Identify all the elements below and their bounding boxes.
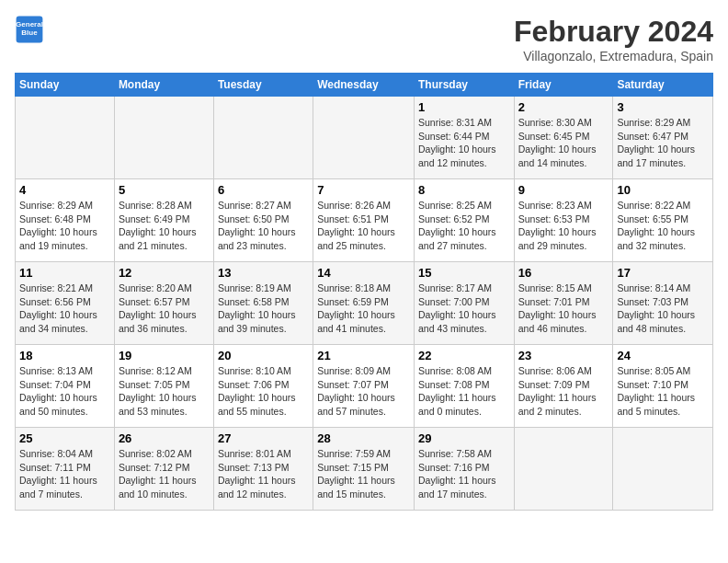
- day-number: 27: [218, 431, 309, 445]
- calendar-day-cell: 9Sunrise: 8:23 AMSunset: 6:53 PMDaylight…: [514, 179, 613, 262]
- calendar-day-cell: 2Sunrise: 8:30 AMSunset: 6:45 PMDaylight…: [514, 97, 613, 179]
- weekday-header-row: SundayMondayTuesdayWednesdayThursdayFrid…: [16, 74, 713, 97]
- day-number: 2: [518, 100, 609, 114]
- weekday-header-cell: Sunday: [16, 74, 115, 97]
- day-info: Sunrise: 8:19 AMSunset: 6:58 PMDaylight:…: [218, 282, 309, 336]
- calendar-day-cell: 15Sunrise: 8:17 AMSunset: 7:00 PMDayligh…: [414, 262, 514, 345]
- day-number: 9: [518, 183, 609, 197]
- day-info: Sunrise: 8:28 AMSunset: 6:49 PMDaylight:…: [119, 199, 210, 253]
- calendar-day-cell: 23Sunrise: 8:06 AMSunset: 7:09 PMDayligh…: [514, 345, 613, 428]
- day-info: Sunrise: 8:29 AMSunset: 6:47 PMDaylight:…: [617, 116, 709, 170]
- day-info: Sunrise: 8:15 AMSunset: 7:01 PMDaylight:…: [518, 282, 609, 336]
- day-number: 22: [418, 349, 510, 362]
- day-info: Sunrise: 8:17 AMSunset: 7:00 PMDaylight:…: [418, 282, 510, 336]
- calendar-day-cell: 5Sunrise: 8:28 AMSunset: 6:49 PMDaylight…: [114, 179, 213, 262]
- day-info: Sunrise: 8:06 AMSunset: 7:09 PMDaylight:…: [518, 364, 609, 419]
- calendar-day-cell: 13Sunrise: 8:19 AMSunset: 6:58 PMDayligh…: [213, 262, 313, 345]
- day-number: 16: [518, 266, 609, 280]
- day-number: 8: [418, 183, 510, 197]
- calendar-day-cell: 14Sunrise: 8:18 AMSunset: 6:59 PMDayligh…: [313, 262, 415, 345]
- day-number: 29: [418, 431, 510, 445]
- logo-icon: General Blue: [15, 15, 44, 44]
- day-info: Sunrise: 8:12 AMSunset: 7:05 PMDaylight:…: [119, 364, 210, 419]
- day-number: 1: [418, 100, 510, 114]
- calendar-day-cell: 24Sunrise: 8:05 AMSunset: 7:10 PMDayligh…: [613, 345, 713, 428]
- day-info: Sunrise: 8:26 AMSunset: 6:51 PMDaylight:…: [317, 199, 410, 253]
- day-number: 23: [518, 349, 609, 362]
- day-info: Sunrise: 8:08 AMSunset: 7:08 PMDaylight:…: [418, 364, 510, 419]
- day-number: 25: [19, 431, 110, 445]
- calendar-day-cell: 18Sunrise: 8:13 AMSunset: 7:04 PMDayligh…: [16, 345, 115, 428]
- calendar-day-cell: 22Sunrise: 8:08 AMSunset: 7:08 PMDayligh…: [414, 345, 514, 428]
- calendar-day-cell: [514, 428, 613, 511]
- day-info: Sunrise: 8:18 AMSunset: 6:59 PMDaylight:…: [317, 282, 410, 336]
- day-info: Sunrise: 8:14 AMSunset: 7:03 PMDaylight:…: [617, 282, 709, 336]
- day-number: 13: [218, 266, 309, 280]
- weekday-header-cell: Friday: [514, 74, 613, 97]
- day-number: 12: [119, 266, 210, 280]
- calendar-day-cell: 6Sunrise: 8:27 AMSunset: 6:50 PMDaylight…: [213, 179, 313, 262]
- day-info: Sunrise: 8:30 AMSunset: 6:45 PMDaylight:…: [518, 116, 609, 170]
- calendar-day-cell: 21Sunrise: 8:09 AMSunset: 7:07 PMDayligh…: [313, 345, 415, 428]
- month-year: February 2024: [514, 15, 713, 49]
- day-number: 4: [19, 183, 110, 197]
- title-area: February 2024 Villagonzalo, Extremadura,…: [514, 15, 713, 63]
- calendar-day-cell: 17Sunrise: 8:14 AMSunset: 7:03 PMDayligh…: [613, 262, 713, 345]
- day-number: 21: [317, 349, 410, 362]
- calendar-day-cell: 27Sunrise: 8:01 AMSunset: 7:13 PMDayligh…: [213, 428, 313, 511]
- calendar-day-cell: 1Sunrise: 8:31 AMSunset: 6:44 PMDaylight…: [414, 97, 514, 179]
- day-number: 18: [19, 349, 110, 362]
- day-info: Sunrise: 8:20 AMSunset: 6:57 PMDaylight:…: [119, 282, 210, 336]
- day-number: 3: [617, 100, 709, 114]
- calendar-table: SundayMondayTuesdayWednesdayThursdayFrid…: [15, 73, 713, 511]
- day-info: Sunrise: 8:05 AMSunset: 7:10 PMDaylight:…: [617, 364, 709, 419]
- day-number: 11: [19, 266, 110, 280]
- calendar-week-row: 11Sunrise: 8:21 AMSunset: 6:56 PMDayligh…: [16, 262, 713, 345]
- day-number: 20: [218, 349, 309, 362]
- calendar-day-cell: 20Sunrise: 8:10 AMSunset: 7:06 PMDayligh…: [213, 345, 313, 428]
- header: General Blue February 2024 Villagonzalo,…: [15, 15, 713, 63]
- weekday-header-cell: Tuesday: [213, 74, 313, 97]
- calendar-day-cell: [114, 97, 213, 179]
- day-number: 24: [617, 349, 709, 362]
- day-info: Sunrise: 8:25 AMSunset: 6:52 PMDaylight:…: [418, 199, 510, 253]
- day-number: 5: [119, 183, 210, 197]
- day-info: Sunrise: 7:59 AMSunset: 7:15 PMDaylight:…: [317, 447, 410, 501]
- calendar-day-cell: 8Sunrise: 8:25 AMSunset: 6:52 PMDaylight…: [414, 179, 514, 262]
- calendar-day-cell: [613, 428, 713, 511]
- day-number: 14: [317, 266, 410, 280]
- calendar-day-cell: 3Sunrise: 8:29 AMSunset: 6:47 PMDaylight…: [613, 97, 713, 179]
- calendar-day-cell: 11Sunrise: 8:21 AMSunset: 6:56 PMDayligh…: [16, 262, 115, 345]
- calendar-day-cell: 25Sunrise: 8:04 AMSunset: 7:11 PMDayligh…: [16, 428, 115, 511]
- day-info: Sunrise: 8:29 AMSunset: 6:48 PMDaylight:…: [19, 199, 110, 253]
- day-info: Sunrise: 8:04 AMSunset: 7:11 PMDaylight:…: [19, 447, 110, 501]
- day-info: Sunrise: 8:22 AMSunset: 6:55 PMDaylight:…: [617, 199, 709, 253]
- calendar-day-cell: 7Sunrise: 8:26 AMSunset: 6:51 PMDaylight…: [313, 179, 415, 262]
- weekday-header-cell: Monday: [114, 74, 213, 97]
- calendar-day-cell: [313, 97, 415, 179]
- calendar-day-cell: 19Sunrise: 8:12 AMSunset: 7:05 PMDayligh…: [114, 345, 213, 428]
- calendar-day-cell: 10Sunrise: 8:22 AMSunset: 6:55 PMDayligh…: [613, 179, 713, 262]
- day-number: 19: [119, 349, 210, 362]
- calendar-week-row: 1Sunrise: 8:31 AMSunset: 6:44 PMDaylight…: [16, 97, 713, 179]
- day-info: Sunrise: 8:10 AMSunset: 7:06 PMDaylight:…: [218, 364, 309, 419]
- day-info: Sunrise: 8:09 AMSunset: 7:07 PMDaylight:…: [317, 364, 410, 419]
- weekday-header-cell: Saturday: [613, 74, 713, 97]
- day-number: 10: [617, 183, 709, 197]
- location: Villagonzalo, Extremadura, Spain: [514, 49, 713, 63]
- calendar-week-row: 25Sunrise: 8:04 AMSunset: 7:11 PMDayligh…: [16, 428, 713, 511]
- weekday-header-cell: Thursday: [414, 74, 514, 97]
- day-info: Sunrise: 8:13 AMSunset: 7:04 PMDaylight:…: [19, 364, 110, 419]
- calendar-day-cell: 26Sunrise: 8:02 AMSunset: 7:12 PMDayligh…: [114, 428, 213, 511]
- logo: General Blue: [15, 15, 44, 44]
- day-info: Sunrise: 8:27 AMSunset: 6:50 PMDaylight:…: [218, 199, 309, 253]
- calendar-day-cell: [16, 97, 115, 179]
- svg-text:General: General: [16, 20, 43, 29]
- svg-text:Blue: Blue: [21, 29, 38, 37]
- calendar-week-row: 4Sunrise: 8:29 AMSunset: 6:48 PMDaylight…: [16, 179, 713, 262]
- day-number: 6: [218, 183, 309, 197]
- calendar-day-cell: 4Sunrise: 8:29 AMSunset: 6:48 PMDaylight…: [16, 179, 115, 262]
- calendar-body: 1Sunrise: 8:31 AMSunset: 6:44 PMDaylight…: [16, 97, 713, 511]
- day-info: Sunrise: 7:58 AMSunset: 7:16 PMDaylight:…: [418, 447, 510, 501]
- day-number: 7: [317, 183, 410, 197]
